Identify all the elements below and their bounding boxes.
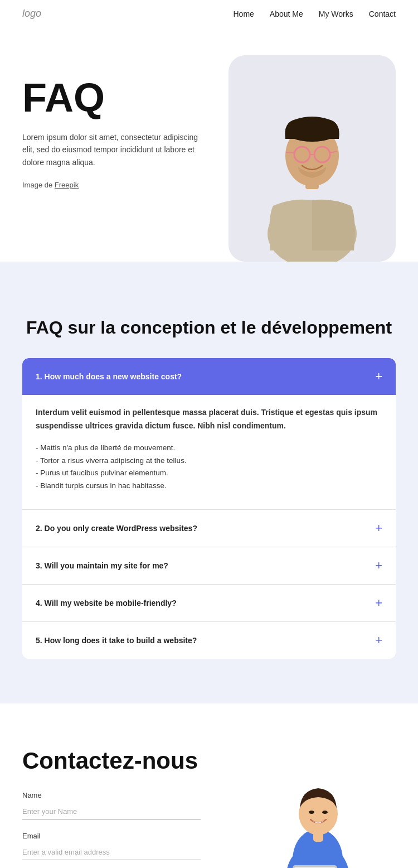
name-form-group: Name (22, 791, 201, 819)
nav-contact[interactable]: Contact (369, 9, 396, 18)
faq-question-text-3: 3. Will you maintain my site for me? (36, 561, 168, 570)
faq-plus-icon-5: + (375, 634, 382, 647)
faq-item-5: 5. How long does it take to build a webs… (22, 622, 396, 659)
email-form-group: Email (22, 832, 201, 860)
faq-question-4[interactable]: 4. Will my website be mobile-friendly? + (22, 585, 396, 621)
hero-description: Lorem ipsum dolor sit amet, consectetur … (22, 131, 212, 168)
faq-plus-icon-3: + (375, 560, 382, 572)
svg-point-11 (318, 151, 327, 158)
logo: logo (22, 8, 41, 20)
faq-plus-icon-1: + (375, 370, 382, 383)
svg-point-10 (298, 151, 307, 158)
faq-bold-answer-1: Interdum velit euismod in pellentesque m… (36, 406, 382, 433)
faq-item-4: 4. Will my website be mobile-friendly? + (22, 585, 396, 622)
faq-question-1[interactable]: 1. How much does a new website cost? + (22, 358, 396, 395)
svg-point-30 (309, 811, 314, 814)
contact-heading: Contactez-nous (22, 748, 201, 774)
header: logo Home About Me My Works Contact (0, 0, 418, 27)
list-item: Purus ut faucibus pulvinar elementum. (36, 467, 382, 480)
hero-text: FAQ Lorem ipsum dolor sit amet, consecte… (22, 61, 212, 202)
contact-illustration (240, 748, 396, 868)
nav-about[interactable]: About Me (270, 9, 303, 18)
svg-point-31 (322, 811, 328, 814)
hero-image-credit: Image de Freepik (22, 180, 212, 191)
faq-question-2[interactable]: 2. Do you only create WordPress websites… (22, 510, 396, 547)
list-item: Tortor a risus viverra adipiscing at the… (36, 455, 382, 467)
faq-question-text-2: 2. Do you only create WordPress websites… (36, 524, 197, 533)
name-input[interactable] (22, 804, 201, 819)
name-label: Name (22, 791, 201, 799)
faq-item-2: 2. Do you only create WordPress websites… (22, 510, 396, 547)
faq-list: 1. How much does a new website cost? + I… (22, 358, 396, 659)
email-input[interactable] (22, 845, 201, 860)
faq-question-5[interactable]: 5. How long does it take to build a webs… (22, 622, 396, 659)
hero-title: FAQ (22, 78, 212, 118)
hero-freepik-link[interactable]: Freepik (55, 181, 79, 189)
faq-plus-icon-4: + (375, 597, 382, 609)
list-item: Blandit turpis cursus in hac habitasse. (36, 480, 382, 493)
nav: Home About Me My Works Contact (233, 9, 396, 18)
contact-section: Contactez-nous Name Email SOUMETTRE Imag… (0, 703, 418, 868)
faq-question-3[interactable]: 3. Will you maintain my site for me? + (22, 547, 396, 584)
faq-heading: FAQ sur la conception et le développemen… (22, 317, 396, 338)
hero-section: FAQ Lorem ipsum dolor sit amet, consecte… (0, 27, 418, 262)
faq-item-3: 3. Will you maintain my site for me? + (22, 547, 396, 585)
faq-question-text-5: 5. How long does it take to build a webs… (36, 636, 197, 645)
faq-question-text-4: 4. Will my website be mobile-friendly? (36, 599, 177, 607)
contact-form: Contactez-nous Name Email SOUMETTRE Imag… (22, 748, 201, 868)
faq-question-text-1: 1. How much does a new website cost? (36, 372, 182, 381)
faq-item-1: 1. How much does a new website cost? + I… (22, 358, 396, 510)
faq-plus-icon-2: + (375, 522, 382, 534)
email-label: Email (22, 832, 201, 840)
hero-image (229, 55, 396, 262)
svg-line-8 (286, 152, 294, 153)
nav-home[interactable]: Home (233, 9, 254, 18)
faq-answer-1: Interdum velit euismod in pellentesque m… (22, 395, 396, 509)
faq-section: FAQ sur la conception et le développemen… (0, 284, 418, 703)
nav-works[interactable]: My Works (319, 9, 353, 18)
faq-list-1: Mattis n'a plus de liberté de mouvement.… (36, 442, 382, 493)
svg-rect-19 (304, 848, 332, 868)
list-item: Mattis n'a plus de liberté de mouvement. (36, 442, 382, 455)
